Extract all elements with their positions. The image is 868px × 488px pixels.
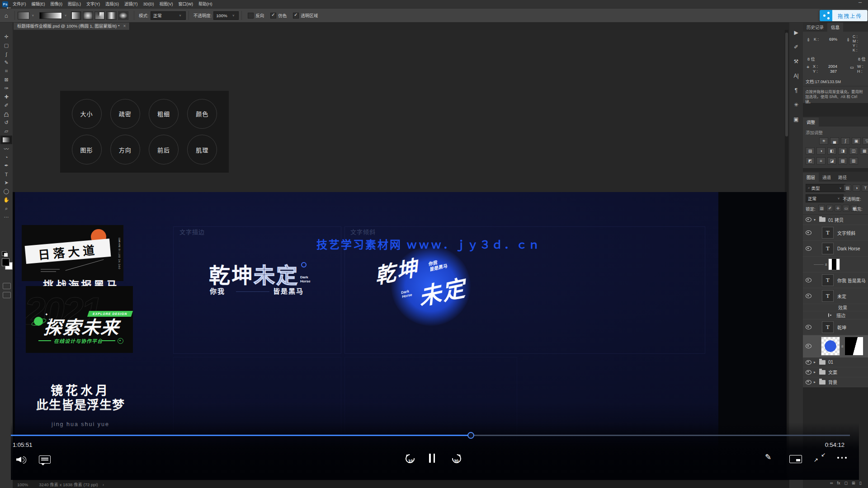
eraser-tool[interactable]: ▱ [1, 127, 12, 136]
mask-thumbnail[interactable] [844, 337, 863, 356]
tab-paths[interactable]: 路径 [835, 173, 850, 182]
tab-channels[interactable]: 通道 [819, 173, 835, 182]
zoom-tool[interactable]: ⌕ [1, 204, 12, 213]
new-layer-icon[interactable]: ⊞ [852, 481, 855, 485]
visibility-toggle[interactable] [803, 230, 814, 235]
lock-artboard-icon[interactable]: ▭ [843, 205, 849, 211]
character-panel-icon[interactable]: A| [791, 70, 802, 81]
move-tool[interactable]: ✛ [1, 33, 12, 41]
path-selection-tool[interactable]: ➤ [1, 178, 12, 187]
tool-presets-panel-icon[interactable]: ⚒ [791, 56, 802, 67]
home-icon[interactable]: ⌂ [5, 12, 8, 19]
color-balance-icon[interactable]: ◑ [816, 147, 826, 155]
option-checkbox[interactable]: 仿色 [270, 12, 287, 19]
skip-forward-30-button[interactable]: 30 [449, 453, 463, 465]
volume-button[interactable] [16, 455, 28, 464]
layer-row[interactable]: ▸ 8 8 01 [803, 357, 868, 367]
delete-layer-icon[interactable]: ▯ [859, 481, 861, 485]
linear-gradient-button[interactable] [71, 11, 81, 20]
foreground-color-swatch[interactable] [2, 258, 9, 266]
menu-item[interactable]: 滤镜(T) [122, 0, 141, 8]
opacity-select[interactable]: 100%˅ [213, 11, 239, 20]
more-options-button[interactable] [837, 457, 849, 460]
layer-row[interactable]: 8 8 文字倾斜 [803, 225, 868, 241]
gradient-tool[interactable] [0, 136, 12, 144]
threshold-icon[interactable]: ◪ [827, 157, 836, 164]
gradient-map-icon[interactable]: ▥ [849, 157, 858, 164]
menu-item[interactable]: 窗口(W) [176, 0, 196, 8]
menu-item[interactable]: 图像(I) [48, 0, 66, 8]
crop-tool[interactable]: ⌗ [1, 67, 12, 75]
minimize-button[interactable]: ─ [859, 0, 862, 5]
gradient-tool-preset-icon[interactable] [18, 12, 29, 19]
brush-tool[interactable]: ✐ [1, 101, 12, 110]
gradient-dropdown-icon[interactable]: ˅ [65, 14, 66, 17]
selective-color-icon[interactable]: ▨ [838, 157, 847, 164]
paragraph-panel-icon[interactable]: ¶ [791, 85, 802, 96]
layer-row[interactable]: 8 8 你我 皆是黑马 [803, 272, 868, 288]
exit-fullscreen-button[interactable]: ↙↗ [814, 451, 826, 463]
layer-filter-select[interactable]: ⌕ 类型 ˅ [806, 184, 845, 192]
option-checkbox[interactable]: 透明区域 [293, 12, 318, 19]
menu-item[interactable]: 图层(L) [65, 0, 84, 8]
visibility-toggle[interactable] [803, 360, 814, 365]
smudge-tool[interactable]: 〰 [1, 144, 12, 153]
mini-player-button[interactable] [789, 455, 802, 463]
levels-icon[interactable]: ▄ [830, 137, 839, 145]
screen-mode-button[interactable] [3, 292, 11, 298]
quick-mask-button[interactable] [3, 283, 11, 289]
brightness-contrast-icon[interactable]: ☀ [819, 137, 828, 145]
visibility-toggle[interactable] [803, 278, 814, 282]
add-layer-mask-icon[interactable]: ◻ [844, 481, 847, 485]
channel-mixer-icon[interactable]: ◫ [849, 147, 858, 155]
preset-dropdown-icon[interactable]: ˅ [32, 14, 34, 17]
hue-saturation-icon[interactable]: ▤ [806, 147, 815, 155]
layer-row[interactable]: 8 8 效果 [803, 304, 868, 311]
pause-button[interactable] [429, 454, 436, 463]
expand-toggle[interactable]: ▸ [814, 380, 819, 384]
lock-transparent-pixels-icon[interactable]: ▨ [818, 205, 825, 211]
clone-stamp-tool[interactable]: 凸 [1, 110, 12, 118]
quick-selection-tool[interactable]: ✎ [1, 58, 12, 67]
shape-tool[interactable]: ◯ [1, 187, 12, 196]
menu-item[interactable]: 帮助(H) [196, 0, 215, 8]
visibility-toggle[interactable] [803, 217, 814, 222]
visibility-toggle[interactable] [803, 294, 814, 298]
expand-toggle[interactable]: ▾ [814, 218, 819, 222]
layer-row[interactable]: ▾ 8 8 01 拷贝 [803, 215, 868, 225]
frame-tool[interactable]: ⊠ [1, 75, 12, 84]
filter-adjustment-layers-icon[interactable]: ◑ [853, 184, 860, 192]
zoom-level[interactable]: 100% [17, 482, 28, 487]
filter-pixel-layers-icon[interactable]: ▤ [844, 184, 851, 192]
pen-tool[interactable]: ✒ [1, 161, 12, 170]
color-lookup-icon[interactable]: ▦ [860, 147, 868, 155]
healing-brush-tool[interactable]: ✚ [1, 93, 12, 101]
lasso-tool[interactable]: ʃ [1, 50, 12, 58]
patterns-panel-icon[interactable]: ✳ [791, 99, 802, 110]
type-tool[interactable]: T [1, 170, 12, 178]
link-layers-icon[interactable]: ∞ [830, 481, 833, 485]
status-arrow-icon[interactable]: › [103, 482, 104, 487]
visibility-toggle[interactable] [803, 344, 814, 348]
exposure-icon[interactable]: ▣ [852, 137, 861, 145]
menu-item[interactable]: 3D(D) [141, 0, 157, 8]
layer-row[interactable]: ▸ 8 8 背景 [803, 377, 868, 387]
menu-item[interactable]: 文件(F) [10, 0, 29, 8]
blend-mode-select[interactable]: 正常˅ [151, 11, 186, 20]
tab-layers[interactable]: 图层 [803, 173, 819, 182]
eyedropper-tool[interactable]: ✑ [1, 84, 12, 93]
radial-gradient-button[interactable] [83, 11, 93, 20]
dodge-tool[interactable]: ◔ [1, 153, 12, 161]
layer-row[interactable]: 8 8 未定 [803, 288, 868, 304]
layer-row[interactable]: 8 8 [803, 257, 868, 272]
expand-toggle[interactable]: ▸ [814, 370, 819, 374]
layer-blend-mode-select[interactable]: 正常˅ [806, 194, 844, 202]
lock-image-pixels-icon[interactable]: ✐ [826, 205, 833, 211]
visibility-toggle[interactable] [803, 246, 814, 251]
visibility-toggle[interactable] [803, 325, 814, 329]
layer-comps-panel-icon[interactable]: ▣ [791, 114, 802, 125]
angle-gradient-button[interactable] [94, 11, 105, 20]
hand-tool[interactable]: ✋ [1, 196, 12, 204]
gradient-preview[interactable] [39, 12, 62, 19]
curves-icon[interactable]: ʃ [841, 137, 850, 145]
